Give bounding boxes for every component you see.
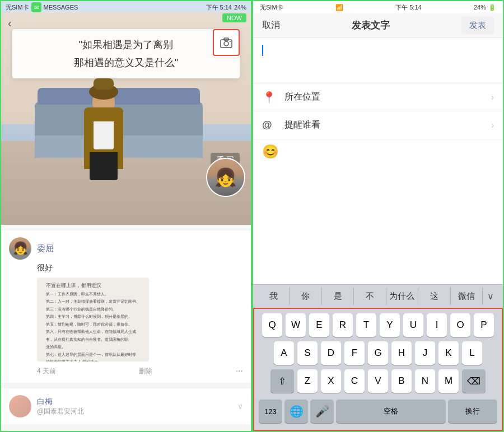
emoji-row[interactable]: 😊 xyxy=(253,139,503,163)
key-a[interactable]: A xyxy=(274,341,294,365)
feed-image: 不置在哪上班，都用近汉 第一：工作齐原因，即先不秀情人。 第二：入一对，主划指挥… xyxy=(37,278,149,361)
mention-option[interactable]: @ 提醒谁看 › xyxy=(253,111,503,139)
app-label-left: MESSAGES xyxy=(44,4,78,11)
suggestion-5[interactable]: 这 xyxy=(418,288,450,305)
key-k[interactable]: K xyxy=(438,341,459,365)
delete-key[interactable]: ⌫ xyxy=(462,369,486,393)
suggestion-6[interactable]: 微信 xyxy=(451,288,483,305)
word-suggestions-bar: 我 你 是 不 为什么 这 微信 ∨ xyxy=(253,284,503,308)
notebook-text: 不置在哪上班，都用近汉 第一：工作齐原因，即先不秀情人。 第二：入一对，主划指挥… xyxy=(46,282,140,361)
location-icon: 📍 xyxy=(262,91,278,104)
globe-key[interactable]: 🌐 xyxy=(284,400,308,423)
key-b[interactable]: B xyxy=(391,369,412,393)
battery-left: 24% xyxy=(234,4,246,11)
svg-point-1 xyxy=(224,41,228,46)
carrier-left: 无SIM卡 xyxy=(6,3,29,12)
right-panel: 无SIM卡 📶 下午 5:14 24% 🔋 取消 发表文字 发表 📍 所在位置 … xyxy=(252,0,504,432)
suggestion-1[interactable]: 你 xyxy=(290,288,321,305)
mention-icon: @ xyxy=(262,119,278,131)
char-hat xyxy=(89,84,118,100)
svg-rect-2 xyxy=(224,38,228,40)
back-button[interactable]: ‹ xyxy=(8,17,12,30)
quote-line1: "如果相遇是为了离别 xyxy=(24,38,228,51)
suggestion-4[interactable]: 为什么 xyxy=(386,288,418,305)
key-r[interactable]: R xyxy=(333,313,353,337)
feed-item: 👧 委屈 很好 不置在哪上班，都用近汉 第一：工作齐原因，即先不秀情人。 第二：… xyxy=(1,231,251,383)
camera-button[interactable] xyxy=(213,29,240,56)
feed-username[interactable]: 委屈 xyxy=(37,243,54,254)
key-e[interactable]: E xyxy=(309,313,329,337)
numbers-key[interactable]: 123 xyxy=(259,400,282,423)
feed-item-2[interactable]: 白梅 @国泰君安河北 ∨ xyxy=(1,388,251,424)
status-right-group-left: 下午 5:14 24% xyxy=(206,3,247,12)
key-m[interactable]: M xyxy=(438,369,459,393)
suggestion-0[interactable]: 我 xyxy=(258,288,290,305)
key-h[interactable]: H xyxy=(391,341,412,365)
battery-icon-right: 🔋 xyxy=(488,4,496,11)
keyboard-row-2: A S D F G H J K L xyxy=(256,341,500,365)
feed-user-row: 👧 委屈 xyxy=(9,237,243,260)
character-figure xyxy=(81,91,126,180)
battery-right-group: 24% 🔋 xyxy=(474,4,496,11)
carrier-right: 无SIM卡 xyxy=(260,3,283,12)
keyboard-row-1: Q W E R T Y U I O P xyxy=(256,313,500,337)
space-key[interactable]: 空格 xyxy=(336,400,446,423)
messages-icon: ✉ xyxy=(31,2,41,12)
status-bar-right: 无SIM卡 📶 下午 5:14 24% 🔋 xyxy=(253,1,503,13)
quote-box: "如果相遇是为了离别 那相遇的意义又是什么" xyxy=(12,29,240,78)
key-f[interactable]: F xyxy=(344,341,365,365)
key-t[interactable]: T xyxy=(356,313,376,337)
cancel-button[interactable]: 取消 xyxy=(262,20,280,31)
time-right: 下午 5:14 xyxy=(395,3,421,12)
svg-point-3 xyxy=(230,41,231,42)
key-z[interactable]: Z xyxy=(297,369,318,393)
key-n[interactable]: N xyxy=(415,369,435,393)
key-j[interactable]: J xyxy=(415,341,435,365)
now-badge[interactable]: NOW xyxy=(222,13,246,22)
suggestion-3[interactable]: 不 xyxy=(354,288,386,305)
feed-item-2-name: 白梅 xyxy=(37,397,232,407)
suggestion-2[interactable]: 是 xyxy=(322,288,354,305)
location-option[interactable]: 📍 所在位置 › xyxy=(253,83,503,111)
location-label: 所在位置 xyxy=(284,91,491,103)
submit-button[interactable]: 发表 xyxy=(461,17,494,34)
feed-more-button[interactable]: ··· xyxy=(236,366,243,376)
feed-separator xyxy=(1,383,251,388)
options-section: 📍 所在位置 › @ 提醒谁看 › 😊 xyxy=(253,83,503,284)
key-g[interactable]: G xyxy=(368,341,388,365)
char-pants xyxy=(90,152,118,180)
key-p[interactable]: P xyxy=(474,313,494,337)
feed-meta-row: 4 天前 删除 ··· xyxy=(37,366,243,376)
key-q[interactable]: Q xyxy=(262,313,282,337)
key-v[interactable]: V xyxy=(368,369,388,393)
feed-item-2-avatar xyxy=(9,395,31,417)
feed-delete[interactable]: 删除 xyxy=(139,367,152,376)
nav-bar-right: 取消 发表文字 发表 xyxy=(253,13,503,38)
key-w[interactable]: W xyxy=(286,313,306,337)
text-input-area[interactable] xyxy=(253,38,503,83)
status-right-icons: 📶 xyxy=(335,4,343,11)
key-d[interactable]: D xyxy=(321,341,341,365)
emoji-icon[interactable]: 😊 xyxy=(262,144,279,159)
mention-label: 提醒谁看 xyxy=(284,119,491,131)
return-key[interactable]: 换行 xyxy=(448,400,497,423)
key-x[interactable]: X xyxy=(321,369,341,393)
feed-time: 4 天前 xyxy=(37,367,56,376)
key-s[interactable]: S xyxy=(297,341,318,365)
corner-avatar: 👧 xyxy=(206,158,245,197)
suggestions-chevron[interactable]: ∨ xyxy=(483,291,498,302)
key-o[interactable]: O xyxy=(450,313,470,337)
status-bar-left: 无SIM卡 ✉ MESSAGES 下午 5:14 24% xyxy=(1,1,251,13)
shift-key[interactable]: ⇧ xyxy=(270,369,294,393)
key-y[interactable]: Y xyxy=(380,313,400,337)
quote-line2: 那相遇的意义又是什么" xyxy=(24,56,228,69)
key-u[interactable]: U xyxy=(403,313,423,337)
hero-area: ‹ "如果相遇是为了离别 那相遇的意义又是什么" xyxy=(1,1,251,225)
key-c[interactable]: C xyxy=(344,369,365,393)
char-shirt xyxy=(94,121,114,149)
mic-key[interactable]: 🎤 xyxy=(310,400,334,423)
key-i[interactable]: I xyxy=(427,313,447,337)
feed-avatar: 👧 xyxy=(9,237,31,260)
key-l[interactable]: L xyxy=(462,341,482,365)
post-title: 发表文字 xyxy=(352,19,390,32)
